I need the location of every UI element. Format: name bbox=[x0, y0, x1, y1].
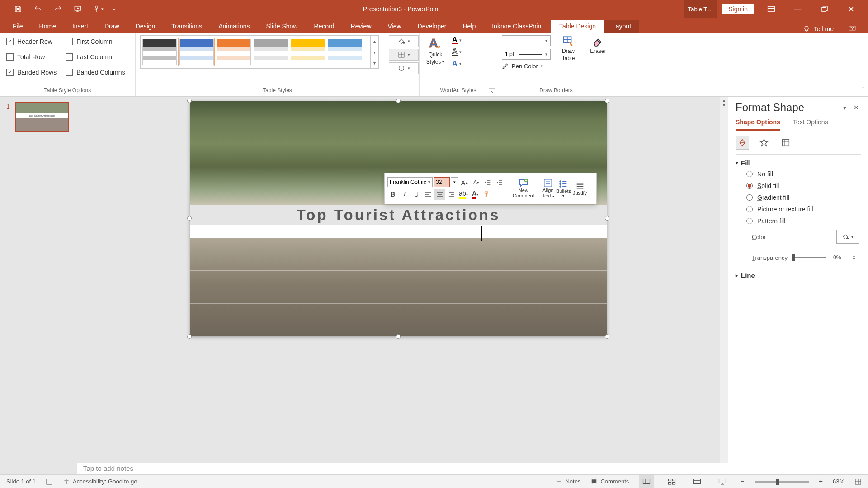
reading-view-icon[interactable] bbox=[689, 475, 705, 488]
text-fill-button[interactable]: A▾ bbox=[452, 35, 473, 45]
dialog-launcher-icon[interactable]: ↘ bbox=[489, 88, 495, 94]
increase-font-icon[interactable]: A▴ bbox=[459, 177, 470, 188]
tab-slideshow[interactable]: Slide Show bbox=[258, 20, 306, 33]
tab-design[interactable]: Design bbox=[127, 20, 164, 33]
resize-handle[interactable] bbox=[396, 334, 401, 339]
transparency-slider[interactable] bbox=[792, 257, 826, 258]
tell-me[interactable]: Tell me bbox=[796, 25, 841, 33]
vertical-scrollbar[interactable]: ▴▾⬓ bbox=[720, 97, 728, 474]
notes-toggle[interactable]: Notes bbox=[556, 478, 580, 485]
table-style-swatch[interactable] bbox=[328, 39, 362, 65]
tab-review[interactable]: Review bbox=[343, 20, 380, 33]
pane-close-icon[interactable]: ✕ bbox=[852, 102, 861, 113]
ribbon-display-options-icon[interactable] bbox=[759, 0, 783, 18]
resize-handle[interactable] bbox=[396, 99, 401, 103]
check-first-column[interactable]: First Column bbox=[64, 35, 127, 48]
tab-transitions[interactable]: Transitions bbox=[163, 20, 210, 33]
bold-icon[interactable]: B bbox=[387, 189, 398, 200]
resize-handle[interactable] bbox=[187, 99, 192, 103]
tab-draw[interactable]: Draw bbox=[96, 20, 127, 33]
decrease-font-icon[interactable]: A▾ bbox=[471, 177, 481, 188]
highlight-icon[interactable]: ab▾ bbox=[458, 189, 469, 200]
fill-section-toggle[interactable]: ▾Fill bbox=[736, 159, 861, 167]
touch-mode-icon[interactable]: ▾ bbox=[89, 0, 107, 18]
share-button[interactable] bbox=[841, 24, 863, 33]
radio-no-fill[interactable]: No fill bbox=[746, 170, 859, 178]
eraser-button[interactable]: Eraser bbox=[586, 35, 610, 54]
table-style-swatch[interactable] bbox=[217, 39, 251, 65]
sorter-view-icon[interactable] bbox=[664, 475, 679, 488]
table-style-swatch[interactable] bbox=[179, 39, 214, 65]
transparency-value[interactable]: 0% ▲▼ bbox=[830, 252, 859, 263]
tab-animations[interactable]: Animations bbox=[210, 20, 258, 33]
align-text-button[interactable]: AlignText ▾ bbox=[542, 178, 554, 198]
slide-title-text[interactable]: Top Tourist Attractions bbox=[190, 205, 607, 225]
format-painter-icon[interactable] bbox=[481, 189, 492, 200]
size-tab-icon[interactable] bbox=[779, 136, 793, 150]
font-size-combo[interactable]: 32 bbox=[434, 177, 450, 187]
spellcheck-icon[interactable] bbox=[46, 478, 53, 485]
table-style-swatch[interactable] bbox=[254, 39, 288, 65]
slide-thumbnail-1[interactable]: Top Tourist Attractions bbox=[15, 102, 69, 132]
new-comment-button[interactable]: NewComment bbox=[513, 178, 534, 198]
increase-indent-icon[interactable] bbox=[494, 177, 505, 188]
check-banded-columns[interactable]: Banded Columns bbox=[64, 66, 127, 79]
pen-color-button[interactable]: Pen Color▾ bbox=[502, 62, 551, 70]
fit-to-window-icon[interactable] bbox=[854, 478, 862, 485]
resize-handle[interactable] bbox=[187, 334, 192, 339]
tab-layout[interactable]: Layout bbox=[604, 20, 639, 33]
radio-gradient-fill[interactable]: Gradient fill bbox=[746, 194, 859, 201]
tab-developer[interactable]: Developer bbox=[410, 20, 455, 33]
comments-toggle[interactable]: Comments bbox=[590, 478, 629, 485]
redo-icon[interactable] bbox=[49, 0, 67, 18]
align-right-icon[interactable] bbox=[446, 189, 457, 200]
collapse-ribbon-icon[interactable]: ˄ bbox=[862, 86, 864, 93]
tab-shape-options[interactable]: Shape Options bbox=[736, 118, 780, 131]
tab-file[interactable]: File bbox=[5, 20, 31, 33]
table-style-swatch[interactable] bbox=[142, 39, 177, 65]
line-section-toggle[interactable]: ▸Line bbox=[736, 272, 861, 279]
notes-placeholder[interactable]: Tap to add notes bbox=[77, 463, 728, 474]
font-color-icon[interactable]: A▾ bbox=[470, 189, 481, 200]
check-last-column[interactable]: Last Column bbox=[64, 51, 127, 63]
gallery-more-button[interactable]: ▴▾▾ bbox=[371, 35, 379, 69]
slide-canvas[interactable]: Top Tourist Attractions bbox=[190, 101, 607, 336]
font-size-dropdown[interactable]: ▾ bbox=[451, 177, 458, 187]
tab-text-options[interactable]: Text Options bbox=[793, 118, 828, 131]
slideshow-icon[interactable] bbox=[69, 0, 87, 18]
align-center-icon[interactable] bbox=[434, 189, 445, 200]
quick-styles-button[interactable]: A Quick Styles▾ bbox=[424, 35, 447, 65]
radio-picture-fill[interactable]: Picture or texture fill bbox=[746, 206, 859, 213]
zoom-slider[interactable] bbox=[755, 481, 809, 483]
effects-tab-icon[interactable] bbox=[757, 136, 771, 150]
tab-help[interactable]: Help bbox=[454, 20, 484, 33]
tab-view[interactable]: View bbox=[380, 20, 410, 33]
shading-button[interactable]: ▾ bbox=[389, 35, 419, 47]
resize-handle[interactable] bbox=[605, 99, 609, 103]
underline-icon[interactable]: U bbox=[411, 189, 422, 200]
check-header-row[interactable]: ✓Header Row bbox=[5, 35, 58, 48]
resize-handle[interactable] bbox=[605, 216, 609, 221]
sign-in-button[interactable]: Sign in bbox=[722, 4, 754, 14]
fill-color-button[interactable]: ▾ bbox=[836, 230, 859, 244]
minimize-icon[interactable]: — bbox=[785, 0, 810, 18]
undo-icon[interactable] bbox=[29, 0, 47, 18]
table-styles-gallery[interactable] bbox=[140, 35, 371, 69]
pen-weight-combo[interactable]: 1 pt▾ bbox=[502, 49, 551, 60]
bullets-button[interactable]: Bullets▾ bbox=[556, 179, 571, 198]
zoom-in-icon[interactable]: + bbox=[819, 478, 823, 486]
decrease-indent-icon[interactable] bbox=[482, 177, 493, 188]
table-style-swatch[interactable] bbox=[291, 39, 325, 65]
close-icon[interactable]: ✕ bbox=[839, 0, 863, 18]
zoom-level[interactable]: 63% bbox=[833, 478, 844, 485]
pane-options-icon[interactable]: ▾ bbox=[841, 102, 848, 113]
effects-button[interactable]: ▾ bbox=[389, 62, 419, 74]
italic-icon[interactable]: I bbox=[399, 189, 410, 200]
align-left-icon[interactable] bbox=[423, 189, 434, 200]
draw-table-button[interactable]: Draw Table bbox=[556, 35, 580, 61]
tab-insert[interactable]: Insert bbox=[64, 20, 96, 33]
check-banded-rows[interactable]: ✓Banded Rows bbox=[5, 66, 58, 79]
zoom-out-icon[interactable]: − bbox=[740, 478, 744, 486]
radio-pattern-fill[interactable]: Pattern fill bbox=[746, 217, 859, 225]
borders-button[interactable]: ▾ bbox=[389, 49, 419, 61]
